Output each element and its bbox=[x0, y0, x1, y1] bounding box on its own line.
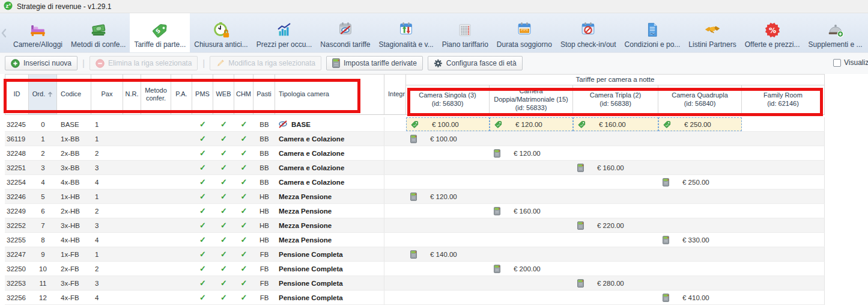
column-header-n-r[interactable]: N.R. bbox=[123, 75, 141, 114]
rate-cell-camera-tripla-2[interactable] bbox=[573, 175, 658, 189]
table-row[interactable]: 3225584x-HB4✓✓✓HBMezza Pensione€ 330.00 bbox=[5, 233, 825, 247]
room-column-header-camera-quadrupla[interactable]: Camera Quadrupla(id: 56840) bbox=[658, 85, 742, 114]
column-header-pasti[interactable]: Pasti bbox=[253, 75, 275, 114]
rate-cell-camera-tripla-2[interactable]: € 220.00 bbox=[573, 218, 658, 232]
rate-cell-camera-doppia-matrimoniale-15[interactable] bbox=[490, 247, 573, 261]
rate-cell-camera-singola-3[interactable] bbox=[406, 233, 490, 247]
toolbar-item-metodi-di-confe[interactable]: Metodi di confe... bbox=[67, 13, 130, 52]
toolbar-item-chiusura-antici[interactable]: Chiusura antici... bbox=[190, 13, 252, 52]
rate-cell-camera-singola-3[interactable] bbox=[406, 262, 490, 276]
rate-cell-family-room[interactable] bbox=[742, 117, 825, 131]
room-column-header-camera-doppia-matrimoniale-15[interactable]: Camera Doppia/Matrimoniale (15)(id: 5683… bbox=[490, 85, 573, 114]
table-row[interactable]: 3225444x-BB4✓✓✓BBCamera e Colazione€ 250… bbox=[5, 175, 825, 189]
rate-cell-camera-doppia-matrimoniale-15[interactable]: € 200.00 bbox=[490, 262, 573, 276]
table-row[interactable]: 32256124x-FB4✓✓✓FBPensione Completa€ 410… bbox=[5, 291, 825, 305]
toolbar-item-nascondi-tariffe[interactable]: Nascondi tariffe bbox=[316, 13, 374, 52]
toolbar-item-piano-tariffario[interactable]: Piano tariffario bbox=[438, 13, 493, 52]
rate-cell-family-room[interactable] bbox=[742, 204, 825, 218]
rate-cell-camera-tripla-2[interactable]: € 280.00 bbox=[573, 276, 658, 290]
rate-cell-camera-doppia-matrimoniale-15[interactable] bbox=[490, 291, 573, 304]
column-header-id[interactable]: ID bbox=[5, 75, 29, 114]
rate-cell-family-room[interactable] bbox=[742, 233, 825, 247]
table-row[interactable]: 3224651x-HB1✓✓✓HBMezza Pensione€ 120.00 bbox=[5, 189, 825, 204]
rate-cell-camera-tripla-2[interactable] bbox=[573, 291, 658, 304]
configura-fasce-di-et-button[interactable]: Configura fasce di età bbox=[428, 56, 523, 70]
rate-cell-family-room[interactable] bbox=[742, 175, 825, 189]
rate-cell-camera-quadrupla[interactable]: € 250.00 bbox=[658, 175, 742, 189]
rate-cell-camera-tripla-2[interactable]: € 160.00 bbox=[573, 117, 658, 131]
checkbox-box[interactable] bbox=[833, 59, 841, 67]
rate-cell-camera-doppia-matrimoniale-15[interactable]: € 160.00 bbox=[490, 204, 573, 218]
rate-cell-camera-doppia-matrimoniale-15[interactable] bbox=[490, 276, 573, 290]
table-row[interactable]: 32253113x-FB3✓✓✓FBPensione Completa€ 280… bbox=[5, 276, 825, 291]
rate-cell-camera-singola-3[interactable]: € 140.00 bbox=[406, 247, 490, 261]
table-row[interactable]: 3224962x-HB2✓✓✓HBMezza Pensione€ 160.00 bbox=[5, 204, 825, 218]
rate-cell-family-room[interactable] bbox=[742, 276, 825, 290]
rate-cell-camera-tripla-2[interactable] bbox=[573, 132, 658, 146]
rate-cell-camera-doppia-matrimoniale-15[interactable]: € 120.00 bbox=[490, 117, 573, 131]
column-header-web[interactable]: WEB bbox=[213, 75, 234, 114]
room-column-header-camera-singola-3[interactable]: Camera Singola (3)(id: 56830) bbox=[406, 85, 490, 114]
table-row[interactable]: 3225273x-HB3✓✓✓HBMezza Pensione€ 220.00 bbox=[5, 218, 825, 233]
rate-cell-camera-quadrupla[interactable]: € 250.00 bbox=[658, 117, 742, 131]
column-header-chm[interactable]: CHM bbox=[234, 75, 253, 114]
rate-cell-camera-singola-3[interactable] bbox=[406, 276, 490, 290]
rate-cell-camera-singola-3[interactable] bbox=[406, 291, 490, 304]
imposta-tariffe-derivate-button[interactable]: Imposta tariffe derivate bbox=[326, 56, 423, 70]
rate-cell-family-room[interactable] bbox=[742, 189, 825, 203]
column-header-pax[interactable]: Pax bbox=[91, 75, 123, 114]
rate-cell-camera-quadrupla[interactable] bbox=[658, 161, 742, 174]
rate-cell-camera-doppia-matrimoniale-15[interactable]: € 120.00 bbox=[490, 146, 573, 160]
rate-cell-family-room[interactable] bbox=[742, 146, 825, 160]
toolbar-item-tariffe-di-parte[interactable]: STariffe di parte... bbox=[130, 13, 190, 52]
rate-cell-camera-singola-3[interactable] bbox=[406, 218, 490, 232]
table-row[interactable]: 32250102x-FB2✓✓✓FBPensione Completa€ 200… bbox=[5, 262, 825, 276]
toolbar-item-supplementi-e[interactable]: Supplementi e ... bbox=[804, 13, 867, 52]
rate-cell-camera-singola-3[interactable]: € 120.00 bbox=[406, 189, 490, 203]
rate-cell-family-room[interactable] bbox=[742, 161, 825, 174]
table-row[interactable]: 3225133x-BB3✓✓✓BBCamera e Colazione€ 160… bbox=[5, 161, 825, 175]
rate-cell-camera-quadrupla[interactable] bbox=[658, 204, 742, 218]
table-row[interactable]: 3224791x-FB1✓✓✓FBPensione Completa€ 140.… bbox=[5, 247, 825, 262]
table-row[interactable]: 3224822x-BB2✓✓✓BBCamera e Colazione€ 120… bbox=[5, 146, 825, 161]
rate-cell-family-room[interactable] bbox=[742, 291, 825, 304]
rate-cell-camera-quadrupla[interactable] bbox=[658, 276, 742, 290]
column-header-tipologia-camera[interactable]: Tipologia camera bbox=[275, 75, 384, 114]
rate-cell-camera-tripla-2[interactable] bbox=[573, 262, 658, 276]
rate-cell-camera-tripla-2[interactable] bbox=[573, 247, 658, 261]
rate-cell-camera-doppia-matrimoniale-15[interactable] bbox=[490, 175, 573, 189]
column-header-metodo-confer[interactable]: Metodo confer. bbox=[141, 75, 171, 114]
table-row[interactable]: 322450BASE1✓✓✓BBBASE€ 100.00€ 120.00€ 16… bbox=[5, 117, 825, 132]
rate-cell-camera-quadrupla[interactable]: € 330.00 bbox=[658, 233, 742, 247]
toolbar-item-stop-check-in-out[interactable]: Stop check-in/out bbox=[556, 13, 621, 52]
toolbar-item-offerte-e-prezzi[interactable]: %Offerte e prezzi... bbox=[741, 13, 804, 52]
column-header-ord[interactable]: Ord. bbox=[29, 75, 57, 114]
column-header-codice[interactable]: Codice bbox=[57, 75, 91, 114]
rate-cell-camera-singola-3[interactable] bbox=[406, 175, 490, 189]
column-header-pms[interactable]: PMS bbox=[192, 75, 213, 114]
rate-cell-family-room[interactable] bbox=[742, 218, 825, 232]
rate-cell-camera-quadrupla[interactable] bbox=[658, 189, 742, 203]
rate-cell-camera-quadrupla[interactable]: € 410.00 bbox=[658, 291, 742, 304]
rate-cell-family-room[interactable] bbox=[742, 132, 825, 146]
rate-cell-camera-singola-3[interactable] bbox=[406, 204, 490, 218]
rate-cell-camera-tripla-2[interactable]: € 160.00 bbox=[573, 161, 658, 174]
rate-cell-camera-quadrupla[interactable] bbox=[658, 146, 742, 160]
toolbar-item-camere-alloggi[interactable]: Camere/Alloggi bbox=[9, 13, 67, 52]
rate-cell-camera-doppia-matrimoniale-15[interactable] bbox=[490, 189, 573, 203]
rate-cell-family-room[interactable] bbox=[742, 247, 825, 261]
rate-cell-camera-quadrupla[interactable] bbox=[658, 218, 742, 232]
rate-cell-camera-tripla-2[interactable] bbox=[573, 233, 658, 247]
rate-cell-camera-singola-3[interactable] bbox=[406, 161, 490, 174]
rate-cell-camera-quadrupla[interactable] bbox=[658, 262, 742, 276]
rate-cell-camera-singola-3[interactable]: € 100.00 bbox=[406, 132, 490, 146]
table-row[interactable]: 3611911x-BB1✓✓✓BBCamera e Colazione€ 100… bbox=[5, 132, 825, 146]
column-header-p-a[interactable]: P.A. bbox=[171, 75, 192, 114]
room-column-header-camera-tripla-2[interactable]: Camera Tripla (2)(id: 56838) bbox=[573, 85, 658, 114]
rate-cell-camera-doppia-matrimoniale-15[interactable] bbox=[490, 218, 573, 232]
rate-cell-camera-doppia-matrimoniale-15[interactable] bbox=[490, 132, 573, 146]
toolbar-item-prezzi-per-occu[interactable]: Prezzi per occu... bbox=[252, 13, 317, 52]
rate-cell-camera-tripla-2[interactable] bbox=[573, 189, 658, 203]
rate-cell-camera-quadrupla[interactable] bbox=[658, 247, 742, 261]
toolbar-item-stagionalit-e-v[interactable]: Stagionalità e v... bbox=[375, 13, 438, 52]
